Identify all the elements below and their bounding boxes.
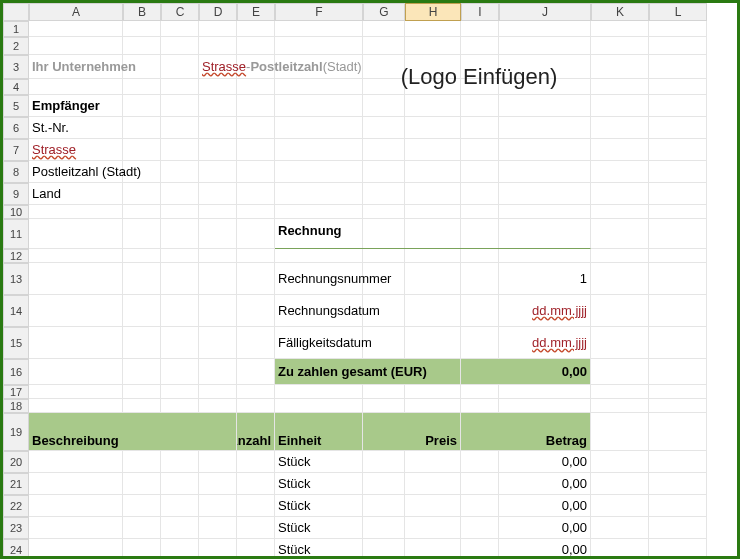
td-unit-22[interactable]: Stück: [275, 495, 363, 517]
cell-E8[interactable]: [237, 161, 275, 183]
cell-L12[interactable]: [649, 249, 707, 263]
cell-H8[interactable]: [405, 161, 461, 183]
cell-D7[interactable]: [199, 139, 237, 161]
cell-D14[interactable]: [199, 295, 237, 327]
column-header-K[interactable]: K: [591, 3, 649, 21]
cell-A16[interactable]: [29, 359, 123, 385]
cell-L24[interactable]: [649, 539, 707, 559]
cell-A14[interactable]: [29, 295, 123, 327]
column-header-C[interactable]: C: [161, 3, 199, 21]
cell-F5[interactable]: [275, 95, 363, 117]
cell-H23[interactable]: [405, 517, 461, 539]
cell-K11[interactable]: [591, 219, 649, 249]
cell-J7[interactable]: [499, 139, 591, 161]
td-amount-20[interactable]: 0,00: [461, 451, 591, 473]
cell-D12[interactable]: [199, 249, 237, 263]
row-header-9[interactable]: 9: [3, 183, 29, 205]
cell-K7[interactable]: [591, 139, 649, 161]
row-header-2[interactable]: 2: [3, 37, 29, 55]
cell-I12[interactable]: [461, 249, 499, 263]
column-header-G[interactable]: G: [363, 3, 405, 21]
cell-L1[interactable]: [649, 21, 707, 37]
cell-C11[interactable]: [161, 219, 199, 249]
cell-K8[interactable]: [591, 161, 649, 183]
td-amount-22[interactable]: 0,00: [461, 495, 591, 517]
cell-J17[interactable]: [499, 385, 591, 399]
cell-K21[interactable]: [591, 473, 649, 495]
cell-K5[interactable]: [591, 95, 649, 117]
cell-D2[interactable]: [199, 37, 237, 55]
cell-E11[interactable]: [237, 219, 275, 249]
cell-C4[interactable]: [161, 79, 199, 95]
cell-E22[interactable]: [237, 495, 275, 517]
td-unit-24[interactable]: Stück: [275, 539, 363, 559]
cell-J6[interactable]: [499, 117, 591, 139]
cell-K14[interactable]: [591, 295, 649, 327]
row-header-24[interactable]: 24: [3, 539, 29, 559]
cell-B10[interactable]: [123, 205, 161, 219]
company-name[interactable]: Ihr Unternehmen: [29, 55, 199, 79]
cell-G23[interactable]: [363, 517, 405, 539]
cell-B2[interactable]: [123, 37, 161, 55]
cell-C13[interactable]: [161, 263, 199, 295]
cell-F7[interactable]: [275, 139, 363, 161]
column-header-B[interactable]: B: [123, 3, 161, 21]
cell-G8[interactable]: [363, 161, 405, 183]
cell-G24[interactable]: [363, 539, 405, 559]
cell-D6[interactable]: [199, 117, 237, 139]
cell-F12[interactable]: [275, 249, 363, 263]
cell-I6[interactable]: [461, 117, 499, 139]
cell-L17[interactable]: [649, 385, 707, 399]
cell-D13[interactable]: [199, 263, 237, 295]
cell-H18[interactable]: [405, 399, 461, 413]
cell-E12[interactable]: [237, 249, 275, 263]
cell-E17[interactable]: [237, 385, 275, 399]
cell-D17[interactable]: [199, 385, 237, 399]
cell-F8[interactable]: [275, 161, 363, 183]
cell-A21[interactable]: [29, 473, 123, 495]
cell-B16[interactable]: [123, 359, 161, 385]
cell-L2[interactable]: [649, 37, 707, 55]
cell-B17[interactable]: [123, 385, 161, 399]
cell-G12[interactable]: [363, 249, 405, 263]
cell-K10[interactable]: [591, 205, 649, 219]
row-header-13[interactable]: 13: [3, 263, 29, 295]
cell-A18[interactable]: [29, 399, 123, 413]
cell-B24[interactable]: [123, 539, 161, 559]
cell-E20[interactable]: [237, 451, 275, 473]
cell-E23[interactable]: [237, 517, 275, 539]
cell-J9[interactable]: [499, 183, 591, 205]
cell-E15[interactable]: [237, 327, 275, 359]
cell-C22[interactable]: [161, 495, 199, 517]
cell-L20[interactable]: [649, 451, 707, 473]
invoice-heading[interactable]: Rechnung: [275, 219, 591, 249]
cell-I1[interactable]: [461, 21, 499, 37]
cell-C17[interactable]: [161, 385, 199, 399]
cell-G17[interactable]: [363, 385, 405, 399]
row-header-1[interactable]: 1: [3, 21, 29, 37]
column-header-D[interactable]: D: [199, 3, 237, 21]
column-header-E[interactable]: E: [237, 3, 275, 21]
cell-A1[interactable]: [29, 21, 123, 37]
cell-G7[interactable]: [363, 139, 405, 161]
cell-D22[interactable]: [199, 495, 237, 517]
row-header-6[interactable]: 6: [3, 117, 29, 139]
cell-D18[interactable]: [199, 399, 237, 413]
cell-F2[interactable]: [275, 37, 363, 55]
invoice-due-value[interactable]: dd.mm.jjjj: [461, 327, 591, 359]
cell-C1[interactable]: [161, 21, 199, 37]
cell-I9[interactable]: [461, 183, 499, 205]
column-header-J[interactable]: J: [499, 3, 591, 21]
cell-E21[interactable]: [237, 473, 275, 495]
row-header-3[interactable]: 3: [3, 55, 29, 79]
cell-H17[interactable]: [405, 385, 461, 399]
row-header-12[interactable]: 12: [3, 249, 29, 263]
cell-D11[interactable]: [199, 219, 237, 249]
cell-F9[interactable]: [275, 183, 363, 205]
cell-E18[interactable]: [237, 399, 275, 413]
cell-D5[interactable]: [199, 95, 237, 117]
cell-C14[interactable]: [161, 295, 199, 327]
cell-G6[interactable]: [363, 117, 405, 139]
row-header-22[interactable]: 22: [3, 495, 29, 517]
cell-B4[interactable]: [123, 79, 161, 95]
